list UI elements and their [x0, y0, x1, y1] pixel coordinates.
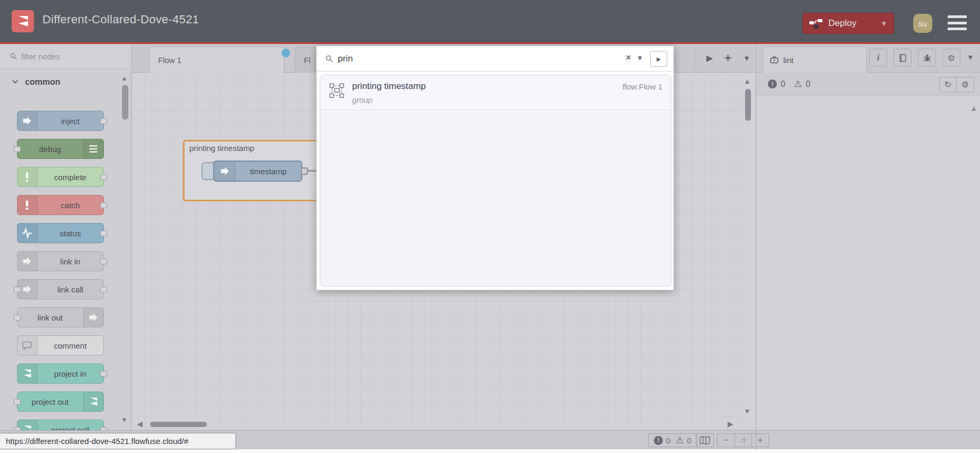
search-dialog: × ▼ ▶ printing timestamp flow:Flow 1 gro…	[316, 46, 674, 290]
gear-icon: ⚙	[961, 79, 969, 90]
book-icon	[898, 54, 907, 63]
debug-sidebar-button[interactable]	[918, 49, 936, 67]
canvas-scroll-right-icon[interactable]: ▶	[728, 420, 733, 428]
inject-arrow-icon	[18, 111, 38, 130]
output-port	[100, 259, 107, 264]
palette-scrollbar[interactable]	[122, 85, 128, 120]
palette-node-project-call[interactable]: project call	[17, 420, 104, 430]
config-nodes-sidebar-button[interactable]: ⚙	[942, 49, 960, 67]
group-printing-timestamp[interactable]: printing timestamp timestamp	[183, 140, 331, 201]
sidebar-tabbar: lint i ⚙ ▼	[756, 44, 980, 73]
palette-node-catch[interactable]: catch	[17, 195, 104, 215]
search-next-button[interactable]: ▶	[650, 51, 667, 67]
palette-node-debug[interactable]: debug	[17, 139, 104, 159]
deploy-label: Deploy	[828, 18, 876, 29]
main-menu-button[interactable]	[948, 15, 967, 30]
search-options-caret-icon[interactable]: ▼	[636, 54, 643, 62]
palette-node-link-in[interactable]: link in	[17, 251, 104, 271]
output-port	[100, 118, 107, 124]
lint-panel-header: ! 0 ⚠ 0 ↻ ⚙	[756, 73, 980, 95]
lint-error-count: 0	[781, 79, 785, 89]
output-port	[100, 287, 107, 292]
tab-flow-1-label: Flow 1	[158, 56, 181, 65]
bug-icon	[923, 54, 932, 63]
lint-counts: ! 0 ⚠ 0	[768, 78, 810, 90]
palette-node-list: inject debug complete catch status link …	[0, 94, 120, 430]
input-port	[14, 315, 21, 321]
pulse-icon	[18, 224, 38, 243]
warning-icon: ⚠	[676, 435, 684, 446]
canvas-scroll-up-icon[interactable]: ▲	[743, 77, 751, 85]
search-results: printing timestamp flow:Flow 1 group	[320, 75, 671, 287]
palette-category-common[interactable]: common	[0, 69, 131, 94]
palette-node-project-in[interactable]: project in	[17, 363, 104, 384]
add-flow-button[interactable]: +	[724, 51, 731, 65]
deploy-options-caret-icon[interactable]: ▼	[880, 20, 887, 28]
user-avatar[interactable]: su	[913, 14, 932, 33]
status-url: https://different-collared-dove-4521.flo…	[0, 433, 236, 449]
tab-lint[interactable]: lint	[763, 47, 867, 73]
palette-node-link-out[interactable]: link out	[17, 307, 104, 327]
clear-search-icon[interactable]: ×	[626, 52, 631, 63]
deploy-button[interactable]: Deploy ▼	[802, 13, 894, 34]
search-input[interactable]	[338, 50, 614, 67]
header: Different-Collared-Dove-4521 Deploy ▼ su	[0, 0, 980, 42]
info-sidebar-button[interactable]: i	[869, 49, 887, 67]
palette-scroll-down-icon[interactable]: ▼	[121, 416, 128, 424]
search-icon	[10, 52, 18, 60]
flow-list-caret-icon[interactable]: ▼	[743, 54, 750, 63]
palette-node-status[interactable]: status	[17, 223, 104, 243]
lint-scroll-up-icon[interactable]: ▲	[970, 104, 977, 112]
palette-node-comment[interactable]: comment	[17, 335, 104, 356]
node-timestamp-label: timestamp	[235, 162, 301, 181]
zoom-reset-button[interactable]: ○	[734, 434, 751, 447]
inject-arrow-icon	[214, 162, 235, 181]
canvas-scroll-left-icon[interactable]: ◀	[137, 420, 143, 428]
footer-notification-counts[interactable]: ! 0 ⚠ 0	[648, 433, 697, 447]
canvas-vertical-scrollbar[interactable]	[745, 89, 751, 121]
palette-node-complete[interactable]: complete	[17, 167, 104, 187]
lint-kit-icon	[769, 55, 779, 65]
palette-node-inject[interactable]: inject	[17, 111, 104, 131]
node-palette: common inject debug complete catch statu…	[0, 44, 132, 430]
palette-node-project-out[interactable]: project out	[17, 392, 104, 412]
zoom-in-button[interactable]: +	[751, 434, 768, 447]
error-icon: !	[768, 79, 777, 88]
help-sidebar-button[interactable]	[894, 49, 912, 67]
exclamation-icon	[18, 167, 38, 186]
search-result-printing-timestamp[interactable]: printing timestamp flow:Flow 1 group	[320, 75, 671, 110]
canvas-scroll-down-icon[interactable]: ▼	[743, 407, 751, 415]
palette-node-link-call[interactable]: link call	[17, 279, 104, 299]
deploy-icon	[809, 17, 823, 29]
map-icon	[699, 436, 710, 445]
comment-bubble-icon	[18, 336, 38, 355]
tab-flow-1[interactable]: Flow 1	[149, 47, 284, 73]
palette-scroll-up-icon[interactable]: ▲	[121, 74, 128, 82]
navigator-toggle-button[interactable]	[696, 433, 714, 447]
refresh-icon: ↻	[944, 79, 951, 90]
lint-warning-count: 0	[806, 79, 810, 89]
result-title: printing timestamp	[352, 81, 426, 92]
flowfuse-logo-icon	[12, 10, 34, 32]
input-port	[14, 399, 21, 405]
palette-filter[interactable]	[0, 44, 131, 69]
ff-logo-icon	[18, 364, 38, 383]
group-label: printing timestamp	[189, 144, 255, 153]
palette-filter-input[interactable]	[21, 48, 117, 64]
tab-scroll-right-icon[interactable]: ▶	[706, 53, 713, 63]
output-port	[100, 202, 107, 208]
lint-tools: ↻ ⚙	[939, 77, 974, 92]
sidebar-options-caret-icon[interactable]: ▼	[967, 53, 974, 61]
zoom-out-button[interactable]: −	[718, 434, 734, 447]
instance-title: Different-Collared-Dove-4521	[42, 13, 199, 26]
node-output-port[interactable]	[301, 167, 308, 175]
chevron-down-icon	[12, 78, 19, 85]
result-type: group	[352, 95, 372, 104]
input-port	[14, 287, 21, 292]
node-timestamp[interactable]: timestamp	[213, 161, 302, 182]
error-icon: !	[654, 436, 663, 445]
canvas-horizontal-scrollbar[interactable]	[150, 422, 207, 427]
lint-settings-button[interactable]: ⚙	[957, 77, 974, 92]
lint-refresh-button[interactable]: ↻	[939, 77, 957, 92]
info-icon: i	[877, 53, 879, 63]
